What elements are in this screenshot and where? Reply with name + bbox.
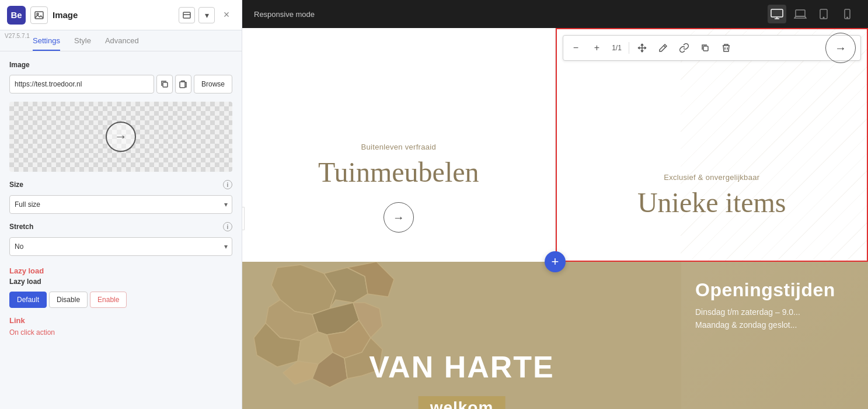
welkom-box: welkom [419, 396, 506, 409]
panel-topbar: Be Image ▾ × [0, 0, 242, 30]
on-click-label: On click action [9, 328, 232, 337]
selection-overlay [556, 28, 869, 262]
card2-title: Unieke items [637, 186, 786, 219]
svg-rect-0 [35, 12, 43, 19]
image-field-label: Image [9, 61, 232, 69]
add-section-button[interactable]: + [545, 251, 566, 272]
map-area: VAN HARTE welkom [242, 262, 681, 409]
cards-row: Buitenleven verfraaid Tuinmeubelen → − +… [242, 28, 868, 262]
panel-tabs: Settings Style Advanced [0, 30, 242, 51]
svg-rect-4 [163, 82, 168, 87]
toolbar-move-button[interactable] [634, 40, 650, 56]
panel-options-button[interactable] [179, 7, 195, 23]
map-info-text2: Maandag & zondag geslot... [695, 318, 854, 331]
toolbar-link-button[interactable] [676, 40, 692, 56]
svg-rect-2 [183, 12, 190, 18]
main-canvas: Responsive mode [242, 0, 868, 409]
lazy-load-toggle-group: Default Disable Enable [9, 292, 232, 308]
toolbar-edit-button[interactable] [655, 40, 671, 56]
stretch-select[interactable]: No Yes [9, 237, 232, 256]
size-field-section: Size i Full size Custom Auto [9, 180, 232, 214]
device-icons [768, 5, 856, 23]
svg-point-13 [846, 17, 848, 18]
panel-close-button[interactable]: × [218, 7, 235, 23]
link-heading: Link [9, 316, 232, 325]
be-logo: Be [7, 6, 26, 25]
arrow-circle-preview: → [106, 122, 136, 152]
svg-point-1 [37, 13, 39, 15]
card-tuinmeubelen: Buitenleven verfraaid Tuinmeubelen → [242, 28, 556, 262]
map-info-title: Openingstijden [695, 279, 854, 301]
image-url-row: Browse [9, 75, 232, 93]
svg-point-11 [823, 17, 824, 18]
svg-rect-9 [796, 10, 805, 16]
link-section: Link On click action [9, 316, 232, 337]
size-info-icon[interactable]: i [223, 180, 232, 189]
card1-arrow-button[interactable]: → [384, 202, 414, 233]
tab-style[interactable]: Style [74, 36, 91, 51]
van-harte-text: VAN HARTE [369, 349, 554, 384]
toolbar-minus-button[interactable]: − [568, 40, 584, 56]
card1-subtitle: Buitenleven verfraaid [361, 143, 436, 151]
tablet-device-icon[interactable] [814, 5, 833, 23]
image-type-icon [30, 6, 48, 24]
map-info: Openingstijden Dinsdag t/m zaterdag – 9.… [681, 262, 868, 409]
tab-settings[interactable]: Settings [33, 36, 60, 51]
mobile-device-icon[interactable] [838, 5, 856, 23]
map-section: VAN HARTE welkom Openingstijden Dinsdag … [242, 262, 868, 409]
collapse-arrow[interactable]: ‹ [242, 207, 245, 230]
svg-rect-6 [771, 9, 783, 17]
copy-url-button[interactable] [156, 75, 173, 93]
size-select[interactable]: Full size Custom Auto [9, 195, 232, 214]
stretch-field-label: Stretch i [9, 222, 232, 231]
stretch-info-icon[interactable]: i [223, 222, 232, 231]
toolbar-separator [629, 42, 629, 54]
panel-title: Image [53, 10, 174, 20]
card2-subtitle: Exclusief & onvergelijkbaar [664, 173, 759, 182]
element-toolbar: − + 1/1 [563, 35, 862, 61]
image-field-section: Image Browse [9, 61, 232, 93]
size-field-label: Size i [9, 180, 232, 189]
version-label: V27.5.7.1 [5, 33, 30, 39]
card-unieke-items: − + 1/1 [556, 28, 869, 262]
responsive-mode-label: Responsive mode [254, 10, 315, 19]
toolbar-plus-button[interactable]: + [589, 40, 605, 56]
canvas-body: ‹ Buitenleven verfraaid Tuinmeubelen → −… [242, 28, 868, 409]
toolbar-duplicate-button[interactable] [697, 40, 713, 56]
lazy-load-disable-btn[interactable]: Disable [49, 292, 88, 308]
tab-advanced[interactable]: Advanced [105, 36, 139, 51]
panel-actions: ▾ × [179, 7, 235, 23]
desktop-device-icon[interactable] [768, 5, 786, 23]
canvas-topbar: Responsive mode [242, 0, 868, 28]
toolbar-delete-button[interactable] [718, 40, 734, 56]
laptop-device-icon[interactable] [791, 5, 810, 23]
settings-panel: Be Image ▾ × V27.5.7.1 Settings Style Ad… [0, 0, 242, 409]
toolbar-counter: 1/1 [610, 44, 624, 52]
lazy-load-section: Lazy load Lazy load Default Disable Enab… [9, 264, 232, 308]
card1-title: Tuinmeubelen [318, 156, 479, 188]
size-select-wrapper: Full size Custom Auto [9, 195, 232, 214]
lazy-load-enable-btn[interactable]: Enable [90, 292, 127, 308]
svg-rect-14 [703, 46, 708, 51]
paste-url-button[interactable] [175, 75, 191, 93]
panel-content: Image Browse [0, 51, 242, 409]
image-preview: → [9, 102, 232, 172]
svg-rect-5 [180, 82, 185, 88]
map-info-text1: Dinsdag t/m zaterdag – 9.0... [695, 306, 854, 318]
image-url-input[interactable] [9, 75, 154, 93]
lazy-load-default-btn[interactable]: Default [9, 292, 47, 308]
browse-button[interactable]: Browse [194, 75, 232, 93]
stretch-field-section: Stretch i No Yes [9, 222, 232, 256]
lazy-load-heading: Lazy load [9, 266, 232, 275]
stretch-select-wrapper: No Yes [9, 237, 232, 256]
lazy-load-label: Lazy load [9, 278, 232, 286]
panel-dropdown-button[interactable]: ▾ [198, 7, 215, 23]
